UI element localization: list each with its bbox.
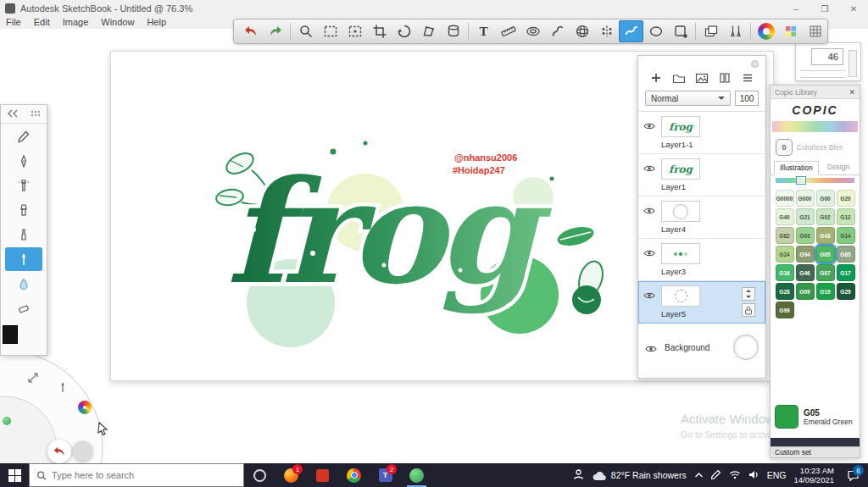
grip-dots-icon[interactable] xyxy=(30,107,42,122)
copic-swatch-G09[interactable]: G09 xyxy=(796,283,815,300)
clock-widget[interactable]: 10:23 AM 14/09/2021 xyxy=(793,466,834,485)
brush-puck-icon[interactable] xyxy=(56,379,70,396)
copic-swatch-G24[interactable]: G24 xyxy=(776,246,794,263)
layer-reorder-button[interactable] xyxy=(742,287,755,301)
add-image-button[interactable] xyxy=(694,71,709,85)
color-puck-icon[interactable] xyxy=(78,401,92,414)
marquee-select-tool[interactable] xyxy=(318,20,342,42)
layer-row-background[interactable]: Background xyxy=(638,324,765,371)
quick-menu-button[interactable] xyxy=(73,441,92,461)
copic-swatch-G14[interactable]: G14 xyxy=(837,227,855,244)
copic-swatch-G46[interactable]: G46 xyxy=(796,264,815,281)
layer-row-Layer3[interactable]: Layer3 xyxy=(638,239,765,281)
taskbar-app-firefox[interactable]: 1 xyxy=(275,463,307,487)
copic-swatch-G00[interactable]: G00 xyxy=(816,190,835,207)
layer-menu-button[interactable] xyxy=(740,71,755,85)
copic-swatch-G0000[interactable]: G0000 xyxy=(776,190,794,207)
start-button[interactable] xyxy=(0,463,29,487)
visibility-eye-icon[interactable] xyxy=(643,116,657,149)
redo-button[interactable] xyxy=(263,20,287,42)
magic-select-tool[interactable] xyxy=(342,20,367,42)
blend-water-tool[interactable] xyxy=(5,272,42,296)
copic-swatch-G20[interactable]: G20 xyxy=(837,190,855,207)
visibility-eye-icon[interactable] xyxy=(643,201,657,234)
people-icon[interactable] xyxy=(572,468,585,482)
text-tool[interactable]: T xyxy=(471,20,496,42)
colorless-blender-swatch[interactable]: 0 xyxy=(776,139,793,156)
felt-pen-tool[interactable] xyxy=(5,223,42,246)
fill-tool[interactable] xyxy=(441,20,465,42)
pencil-tool[interactable] xyxy=(5,125,42,148)
maximize-button[interactable]: ❐ xyxy=(810,4,839,14)
panel-handle-icon[interactable] xyxy=(751,60,759,68)
quick-undo-button[interactable] xyxy=(47,440,71,463)
pen-icon[interactable] xyxy=(711,469,721,481)
blend-mode-dropdown[interactable]: Normal xyxy=(645,91,731,106)
minimize-button[interactable]: – xyxy=(782,4,810,14)
taskbar-app-teams[interactable]: T2 xyxy=(370,463,401,487)
copic-swatch-G28[interactable]: G28 xyxy=(776,283,794,300)
shape-tool[interactable] xyxy=(668,20,693,42)
layer-row-Layer5[interactable]: Layer5 xyxy=(638,281,765,324)
active-color-dot[interactable] xyxy=(3,417,11,425)
copic-swatch-G40[interactable]: G40 xyxy=(776,208,794,225)
visibility-eye-icon[interactable] xyxy=(645,339,659,357)
swatch-grid-button[interactable] xyxy=(803,20,827,42)
menu-file[interactable]: File xyxy=(6,17,21,29)
layer-row-Layer1-1[interactable]: frogLayer1-1 xyxy=(638,112,765,154)
copic-swatch-G17[interactable]: G17 xyxy=(837,264,855,281)
copic-swatch-G43[interactable]: G43 xyxy=(816,227,835,244)
layer-opacity-field[interactable]: 100 xyxy=(735,91,759,106)
copic-swatch-G16[interactable]: G16 xyxy=(776,264,794,281)
network-icon[interactable] xyxy=(729,470,741,481)
copic-swatch-G29[interactable]: G29 xyxy=(837,283,855,300)
search-box[interactable] xyxy=(29,463,244,487)
brush-size-field[interactable]: 46 xyxy=(811,48,843,65)
marker-tool[interactable] xyxy=(5,198,42,222)
polyline-tool[interactable] xyxy=(416,20,441,42)
visibility-eye-icon[interactable] xyxy=(643,243,657,276)
copic-swatch-G07[interactable]: G07 xyxy=(816,264,835,281)
copic-colors-button[interactable] xyxy=(778,20,803,42)
layer-editor-button[interactable] xyxy=(698,20,723,42)
collapse-chevrons-icon[interactable] xyxy=(7,107,19,122)
menu-edit[interactable]: Edit xyxy=(34,17,50,29)
copic-swatch-G82[interactable]: G82 xyxy=(776,227,794,244)
opacity-slider[interactable] xyxy=(801,77,845,78)
color-wheel-button[interactable] xyxy=(754,20,778,42)
layer-stack-button[interactable] xyxy=(717,71,732,85)
volume-icon[interactable] xyxy=(748,470,760,481)
french-curve-tool[interactable] xyxy=(545,20,570,42)
layer-lock-icon[interactable] xyxy=(742,303,755,317)
add-group-button[interactable] xyxy=(671,71,687,85)
close-icon[interactable]: ✕ xyxy=(849,88,855,97)
layer-row-Layer4[interactable]: Layer4 xyxy=(638,196,765,239)
tab-design[interactable]: Design xyxy=(822,161,854,174)
symmetry-tool[interactable] xyxy=(594,20,619,42)
copic-swatch-G21[interactable]: G21 xyxy=(796,208,815,225)
close-button[interactable]: ✕ xyxy=(839,4,868,14)
perspective-tool[interactable] xyxy=(570,20,594,42)
ellipse-guide-tool[interactable] xyxy=(520,20,545,42)
taskbar-app-red[interactable] xyxy=(307,463,338,487)
transform-puck-icon[interactable] xyxy=(25,370,41,389)
language-indicator[interactable]: ENG xyxy=(767,470,787,480)
panel-grip[interactable] xyxy=(849,50,857,77)
airbrush-tool[interactable] xyxy=(5,174,42,197)
crop-tool[interactable] xyxy=(367,20,392,42)
copic-swatch-G02[interactable]: G02 xyxy=(816,208,835,225)
copic-swatch-G94[interactable]: G94 xyxy=(796,246,815,263)
distort-transform-tool[interactable] xyxy=(392,20,416,42)
copic-swatch-G85[interactable]: G85 xyxy=(837,246,855,263)
undo-button[interactable] xyxy=(238,20,263,42)
menu-window[interactable]: Window xyxy=(101,17,134,29)
copic-swatch-G05[interactable]: G05 xyxy=(816,246,835,263)
copic-swatch-G03[interactable]: G03 xyxy=(796,227,815,244)
menu-help[interactable]: Help xyxy=(147,17,166,29)
menu-image[interactable]: Image xyxy=(63,17,89,29)
copic-swatch-G000[interactable]: G000 xyxy=(796,190,815,207)
size-slider[interactable] xyxy=(801,70,845,71)
brush-library-button[interactable] xyxy=(723,20,748,42)
layer-row-Layer1[interactable]: frogLayer1 xyxy=(638,154,765,196)
custom-set-footer[interactable]: Custom set xyxy=(771,446,860,457)
